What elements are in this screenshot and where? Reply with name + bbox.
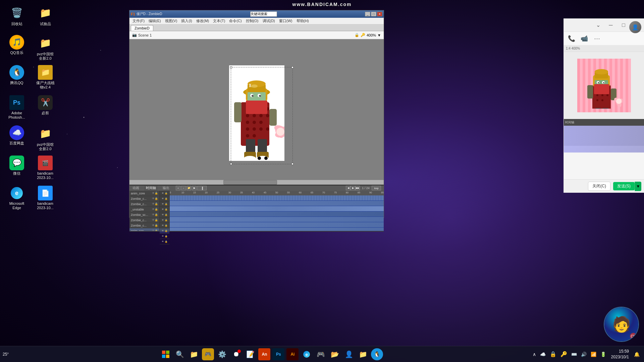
desktop-icon-pvz-museum2[interactable]: 📁 pvz中国馆全新2.0 [32,124,59,154]
notification-button[interactable]: 🔔 [633,351,641,358]
layer-vis-4[interactable]: 👁 [152,213,155,216]
layer-lock-6[interactable]: 🔒 [155,224,158,227]
menu-file[interactable]: 文件(F) [131,18,146,24]
h-scrollbar[interactable] [129,180,384,185]
track-4[interactable] [170,217,384,222]
desktop-icon-edge[interactable]: e MicrosoftEdge [3,184,30,215]
track-3[interactable] [170,212,384,217]
layer-vis-1[interactable]: 👁 [152,197,155,200]
desktop-icon-pvz-museum[interactable]: 📁 pvz中国馆全新2.0 [32,34,59,64]
handle-bottom-left[interactable] [230,163,232,165]
eye-0[interactable]: 👁 [162,192,164,194]
layer-vis-6[interactable]: 👁 [152,224,155,227]
eye-2[interactable]: 👁 [162,203,164,205]
menu-modify[interactable]: 修改(M) [195,18,211,24]
handle-bottom-right[interactable] [291,163,293,165]
panel-video-button[interactable]: 📹 [579,34,589,44]
panel-minimize-button[interactable]: ─ [606,20,616,30]
lock-9[interactable]: 🔒 [165,240,168,243]
game2-taskbar-button[interactable]: 🎮 [315,348,327,360]
desktop-icon-bandicam2[interactable]: 📄 bandicam2023-10... [32,184,59,215]
track-6[interactable] [170,228,384,231]
system-clock[interactable]: 15:59 2023/10/1 [609,349,631,360]
desktop-icon-wechat[interactable]: 💬 微信 [3,154,30,184]
layer-vis-7[interactable]: 👁 [152,229,155,231]
bandicam-taskbar-button[interactable]: ⏺ [230,348,242,360]
layer-lock-2[interactable]: 🔒 [155,202,158,205]
handle-top-right[interactable] [291,66,293,68]
tl-next[interactable]: ▶▶ [355,186,360,190]
track-0[interactable] [170,195,384,201]
layer-lock-4[interactable]: 🔒 [155,213,158,216]
layer-anim-core[interactable]: anim_core 👁 🔒 [129,191,159,196]
lock-6[interactable]: 🔒 [165,224,168,227]
tray-security-icon[interactable]: 🔑 [559,350,568,358]
eye-8[interactable]: 👁 [162,235,164,237]
tray-battery-icon[interactable]: 🔋 [599,351,607,358]
tray-wifi-icon[interactable]: 📶 [590,351,597,358]
layer-zombie-c3[interactable]: Zombie_c... 👁 🔒 [129,218,159,223]
lock-3[interactable]: 🔒 [165,208,168,211]
panel-close-button-bottom[interactable]: 关闭(C) [588,182,610,191]
desktop-icon-qqmusic[interactable]: 🎵 QQ音乐 [3,34,30,64]
layer-vis-2[interactable]: 👁 [152,202,155,205]
tray-speaker-icon[interactable]: 🔊 [580,351,588,358]
layer-lock-0[interactable]: 🔒 [155,192,158,195]
desktop-icon-bicopy[interactable]: ✂️ 必剪 [32,94,59,124]
tl-folder[interactable]: 📁 [186,186,191,190]
photoshop-taskbar-button[interactable]: Ps [272,348,284,360]
eye-7[interactable]: 👁 [162,230,164,232]
flash-tab-zombie[interactable]: ZombieD [131,25,153,31]
menu-window[interactable]: 窗口(W) [277,18,294,24]
char-tool-button[interactable]: 👤 [343,348,355,360]
sticky-notes-button[interactable]: 📝 [244,348,256,360]
layer-vis-3[interactable]: 👁 [152,208,155,211]
layer-vis-0[interactable]: 👁 [152,192,155,195]
maximize-button[interactable]: □ [371,12,376,16]
panel-call-button[interactable]: 📞 [567,34,577,44]
file-manager-button[interactable]: 📂 [329,348,341,360]
layer-vis-5[interactable]: 👁 [152,219,155,222]
panel-restore-button[interactable]: □ [619,20,629,30]
file-explorer-button[interactable]: 📁 [188,348,200,360]
panel-expand-button[interactable]: ⌄ [593,20,603,30]
tl-fps[interactable]: loop [372,186,381,190]
desktop-icon-pvz-zombie[interactable]: 📁 僵尸大战植物v2.4 [32,64,59,94]
layer-lock-5[interactable]: 🔒 [155,219,158,222]
lock-8[interactable]: 🔒 [165,235,168,238]
edge-taskbar-button[interactable]: e [301,348,313,360]
timeline-tab-output[interactable]: 输出 [161,186,171,190]
send-dropdown-button[interactable]: ▼ [635,182,641,191]
desktop-icon-recycle[interactable]: 🗑️ 回收站 [3,3,30,34]
eye-4[interactable]: 👁 [162,214,164,216]
tl-prev[interactable]: ◀ [346,186,351,190]
tray-user-icon[interactable]: 🔒 [549,350,557,358]
desktop-icon-qq[interactable]: 🐧 腾讯QQ [3,64,30,94]
search-button[interactable]: 🔍 [174,348,186,360]
track-5[interactable] [170,222,384,228]
lock-2[interactable]: 🔒 [165,203,168,205]
lock-4[interactable]: 🔒 [165,214,168,216]
qq-taskbar-button[interactable]: 🐧 [371,348,383,360]
lock-1[interactable]: 🔒 [165,197,168,200]
layer-unstable[interactable]: _unstable 👁 🔒 [129,207,159,212]
lock-0[interactable]: 🔒 [165,192,168,195]
layer-zombie-sc1[interactable]: Zombie_sc... 👁 🔒 [129,212,159,218]
eye-5[interactable]: 👁 [162,219,164,221]
tray-input-icon[interactable]: ⌨️ [570,351,578,358]
desktop-icon-photoshop[interactable]: Ps AdobePhotosh... [3,94,30,124]
tl-play[interactable]: ▶ [192,186,197,190]
menu-debug[interactable]: 调试(D) [261,18,277,24]
tray-expand-button[interactable]: ∧ [532,351,537,358]
eye-3[interactable]: 👁 [162,208,164,210]
panel-more-button[interactable]: ⋯ [592,34,602,44]
timeline-tab-active[interactable]: 时间轴 [144,185,158,191]
zoom-dropdown[interactable]: ▼ [377,33,381,37]
search-input[interactable] [250,11,277,17]
menu-help[interactable]: 帮助(H) [295,18,311,24]
windows-start-button[interactable] [160,348,172,360]
track-2[interactable] [170,206,384,212]
game-launcher-button[interactable]: 🎮 [202,348,214,360]
tl-new-layer[interactable]: + [176,186,180,190]
menu-edit[interactable]: 编辑(E) [147,18,163,24]
